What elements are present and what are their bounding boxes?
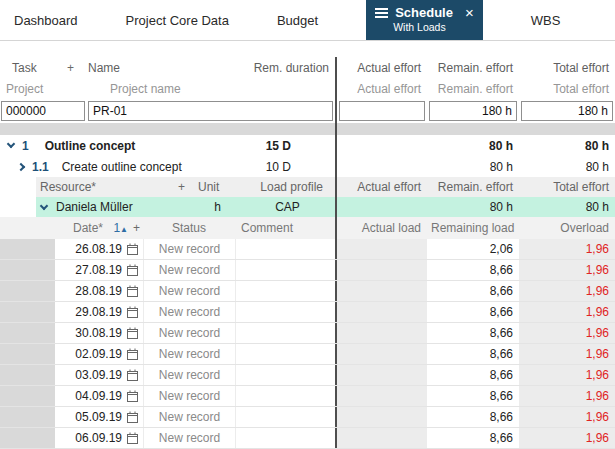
remaining-load-cell[interactable]: 8,66 xyxy=(427,386,519,406)
comment-cell[interactable] xyxy=(235,365,335,385)
calendar-icon[interactable] xyxy=(127,369,138,381)
chevron-down-icon[interactable] xyxy=(7,140,15,148)
remaining-load-cell[interactable]: 8,66 xyxy=(427,302,519,322)
remaining-load-cell[interactable]: 8,66 xyxy=(427,323,519,343)
date-cell[interactable]: 26.08.19 xyxy=(55,239,143,259)
calendar-icon[interactable] xyxy=(127,285,138,297)
tab-budget[interactable]: Budget xyxy=(277,0,318,40)
actual-load-cell[interactable] xyxy=(337,365,427,385)
task-total-effort: 80 h xyxy=(519,156,615,177)
comment-cell[interactable] xyxy=(235,407,335,427)
gutter xyxy=(0,344,55,364)
add-resource-icon[interactable]: + xyxy=(178,180,185,194)
project-total-effort-input[interactable] xyxy=(521,101,613,121)
date-cell[interactable]: 04.09.19 xyxy=(55,386,143,406)
actual-load-cell[interactable] xyxy=(337,428,427,448)
actual-load-cell[interactable] xyxy=(337,344,427,364)
comment-cell[interactable] xyxy=(235,428,335,448)
remaining-load-cell[interactable]: 8,66 xyxy=(427,344,519,364)
project-actual-effort-input[interactable] xyxy=(339,101,425,121)
close-icon[interactable]: × xyxy=(465,5,474,20)
calendar-icon[interactable] xyxy=(127,327,138,339)
date-cell[interactable]: 06.09.19 xyxy=(55,428,143,448)
load-row: 05.09.19New record8,661,96 xyxy=(0,407,615,428)
task-row-1-1[interactable]: 1.1 Create outline concept 10 D 80 h 80 … xyxy=(0,156,615,177)
status-cell: New record xyxy=(143,323,235,343)
tab-wbs[interactable]: WBS xyxy=(531,0,561,40)
date-cell[interactable]: 27.08.19 xyxy=(55,260,143,280)
resource-row-daniela-mueller[interactable]: Daniela Müller h CAP 80 h 80 h xyxy=(0,197,615,217)
calendar-icon[interactable] xyxy=(127,390,138,402)
unit-column-header: Unit xyxy=(195,177,240,197)
comment-cell[interactable] xyxy=(235,386,335,406)
calendar-icon[interactable] xyxy=(127,348,138,360)
tab-label: Schedule xyxy=(395,5,453,20)
task-remain-effort: 80 h xyxy=(427,156,519,177)
project-column-header: Project xyxy=(0,79,88,99)
date-cell[interactable]: 03.09.19 xyxy=(55,365,143,385)
tab-project-core-data[interactable]: Project Core Data xyxy=(126,0,229,40)
actual-load-cell[interactable] xyxy=(337,407,427,427)
remaining-load-cell[interactable]: 8,66 xyxy=(427,260,519,280)
total-effort-subheader: Total effort xyxy=(519,79,615,99)
date-cell[interactable]: 29.08.19 xyxy=(55,302,143,322)
resource-header-row: Resource* + Unit Load profile Actual eff… xyxy=(0,177,615,197)
actual-load-cell[interactable] xyxy=(337,281,427,301)
comment-cell[interactable] xyxy=(235,344,335,364)
gutter xyxy=(0,302,55,322)
date-cell[interactable]: 28.08.19 xyxy=(55,281,143,301)
overload-cell: 1,96 xyxy=(519,302,615,322)
actual-load-column-header: Actual load xyxy=(337,217,427,239)
overload-cell: 1,96 xyxy=(519,407,615,427)
load-row: 30.08.19New record8,661,96 xyxy=(0,323,615,344)
sort-ascending-icon[interactable]: 1▲ xyxy=(113,221,128,235)
remaining-load-cell[interactable]: 8,66 xyxy=(427,407,519,427)
comment-cell[interactable] xyxy=(235,239,335,259)
tab-schedule[interactable]: Schedule×With Loads xyxy=(366,0,483,40)
add-task-icon[interactable]: + xyxy=(67,61,74,75)
load-row: 02.09.19New record8,661,96 xyxy=(0,344,615,365)
task-duration: 15 D xyxy=(266,139,335,153)
actual-load-cell[interactable] xyxy=(337,302,427,322)
remaining-load-cell[interactable]: 8,66 xyxy=(427,365,519,385)
actual-load-cell[interactable] xyxy=(337,260,427,280)
calendar-icon[interactable] xyxy=(127,306,138,318)
task-row-1[interactable]: 1 Outline concept 15 D 80 h 80 h xyxy=(0,135,615,156)
chevron-right-icon[interactable] xyxy=(17,162,25,170)
add-load-row-icon[interactable]: + xyxy=(133,221,140,235)
remaining-load-cell[interactable]: 2,06 xyxy=(427,239,519,259)
date-cell[interactable]: 30.08.19 xyxy=(55,323,143,343)
menu-icon[interactable] xyxy=(375,8,388,18)
status-cell: New record xyxy=(143,344,235,364)
remaining-load-cell[interactable]: 8,66 xyxy=(427,281,519,301)
overload-cell: 1,96 xyxy=(519,239,615,259)
comment-cell[interactable] xyxy=(235,302,335,322)
gutter xyxy=(0,407,55,427)
total-effort-column-header: Total effort xyxy=(519,57,615,79)
comment-cell[interactable] xyxy=(235,281,335,301)
chevron-down-icon[interactable] xyxy=(40,201,48,209)
actual-load-cell[interactable] xyxy=(337,239,427,259)
remain-effort-subheader: Remain. effort xyxy=(427,79,519,99)
calendar-icon[interactable] xyxy=(127,264,138,276)
date-cell[interactable]: 02.09.19 xyxy=(55,344,143,364)
status-cell: New record xyxy=(143,428,235,448)
calendar-icon[interactable] xyxy=(127,243,138,255)
calendar-icon[interactable] xyxy=(127,432,138,444)
project-name-input[interactable] xyxy=(88,101,333,121)
status-cell: New record xyxy=(143,365,235,385)
comment-cell[interactable] xyxy=(235,323,335,343)
actual-load-cell[interactable] xyxy=(337,323,427,343)
calendar-icon[interactable] xyxy=(127,411,138,423)
status-cell: New record xyxy=(143,239,235,259)
comment-cell[interactable] xyxy=(235,260,335,280)
project-id-input[interactable] xyxy=(1,101,85,121)
load-row: 27.08.19New record8,661,96 xyxy=(0,260,615,281)
date-cell[interactable]: 05.09.19 xyxy=(55,407,143,427)
project-remain-effort-input[interactable] xyxy=(429,101,517,121)
remaining-load-cell[interactable]: 8,66 xyxy=(427,428,519,448)
tab-dashboard[interactable]: Dashboard xyxy=(14,0,78,40)
actual-load-cell[interactable] xyxy=(337,386,427,406)
task-remain-effort: 80 h xyxy=(427,135,519,156)
load-row: 26.08.19New record2,061,96 xyxy=(0,239,615,260)
